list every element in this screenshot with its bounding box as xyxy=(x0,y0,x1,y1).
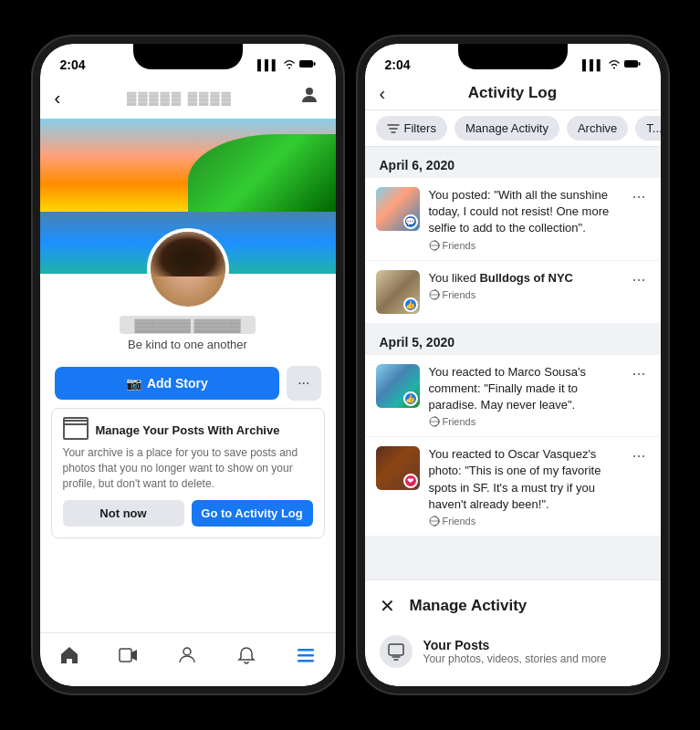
signal-icon-r: ▌▌▌ xyxy=(582,59,603,70)
wifi-icon xyxy=(283,58,296,71)
sheet-item-title: Your Posts xyxy=(423,638,607,652)
more-button[interactable]: ··· xyxy=(287,366,320,401)
sheet-close-button[interactable]: ✕ xyxy=(380,595,395,617)
svg-rect-3 xyxy=(120,649,131,662)
profile-name: ▓▓▓▓▓▓ ▓▓▓▓▓ xyxy=(120,316,255,334)
archive-banner-title: Manage Your Posts With Archive xyxy=(63,420,313,440)
bottom-sheet-header: ✕ Manage Activity xyxy=(380,595,646,617)
svg-rect-14 xyxy=(389,644,403,655)
left-phone: 2:04 ▌▌▌ ‹ xyxy=(33,36,343,694)
not-now-button[interactable]: Not now xyxy=(63,500,184,527)
activity-log-title: Activity Log xyxy=(468,84,557,102)
archive-banner: Manage Your Posts With Archive Your arch… xyxy=(51,408,325,538)
profile-nav-header: ‹ ▓▓▓▓▓ ▓▓▓▓ xyxy=(40,80,336,119)
avatar xyxy=(147,228,229,310)
nav-menu[interactable] xyxy=(293,642,319,668)
more-options-button[interactable]: ··· xyxy=(628,270,649,289)
svg-rect-9 xyxy=(638,62,640,66)
right-screen: 2:04 ▌▌▌ ‹ xyxy=(365,44,661,686)
date-section-april5: April 5, 2020 👍 You reacted to Marco Sou… xyxy=(365,324,661,537)
battery-icon xyxy=(299,59,316,70)
time-left: 2:04 xyxy=(60,57,86,72)
status-icons-left: ▌▌▌ xyxy=(257,58,315,71)
activity-privacy: Friends xyxy=(429,516,620,527)
time-right: 2:04 xyxy=(385,57,411,72)
svg-rect-6 xyxy=(298,654,314,657)
nav-video[interactable] xyxy=(116,642,141,668)
activity-text: You posted: "With all the sunshine today… xyxy=(429,187,620,237)
filters-bar: Filters Manage Activity Archive T... xyxy=(365,110,661,147)
archive-banner-text: Your archive is a place for you to save … xyxy=(63,445,313,491)
account-icon[interactable] xyxy=(298,84,320,111)
activity-item: 💬 You posted: "With all the sunshine tod… xyxy=(365,178,661,261)
svg-rect-1 xyxy=(313,62,315,66)
profile-name-blurred: ▓▓▓▓▓ ▓▓▓▓ xyxy=(127,90,233,105)
svg-rect-5 xyxy=(298,649,314,652)
activity-item: 👍 You liked Bulldogs of NYC Friends ··· xyxy=(365,261,661,324)
date-label-april6: April 6, 2020 xyxy=(365,147,661,178)
activity-text: You liked Bulldogs of NYC xyxy=(429,270,620,287)
activity-privacy: Friends xyxy=(429,289,620,300)
battery-icon-r xyxy=(624,59,641,70)
activity-thumb: 👍 xyxy=(376,364,420,408)
back-button-left[interactable]: ‹ xyxy=(55,88,61,109)
sheet-item-your-posts[interactable]: Your Posts Your photos, videos, stories … xyxy=(380,631,646,672)
date-section-april6: April 6, 2020 💬 You posted: "With all th… xyxy=(365,147,661,324)
status-icons-right: ▌▌▌ xyxy=(582,58,640,71)
back-button-right[interactable]: ‹ xyxy=(380,83,386,104)
svg-rect-0 xyxy=(299,60,313,68)
wifi-icon-r xyxy=(608,58,621,71)
profile-actions: 📷 Add Story ··· xyxy=(40,359,336,408)
activity-text: You reacted to Oscar Vasquez's photo: "T… xyxy=(429,446,620,513)
activity-content: You reacted to Oscar Vasquez's photo: "T… xyxy=(429,446,620,527)
date-label-april5: April 5, 2020 xyxy=(365,324,661,355)
activity-item: ❤ You reacted to Oscar Vasquez's photo: … xyxy=(365,437,661,537)
svg-point-4 xyxy=(183,648,191,655)
go-to-activity-log-button[interactable]: Go to Activity Log xyxy=(192,500,313,527)
archive-icon xyxy=(63,420,89,440)
nav-bell[interactable] xyxy=(234,642,259,668)
svg-rect-7 xyxy=(298,660,314,662)
activity-content: You liked Bulldogs of NYC Friends xyxy=(429,270,620,300)
activity-thumb: 👍 xyxy=(376,270,420,314)
filter-chip-filters[interactable]: Filters xyxy=(376,116,447,141)
right-phone: 2:04 ▌▌▌ ‹ xyxy=(358,36,668,694)
activity-content: You posted: "With all the sunshine today… xyxy=(429,187,620,251)
activity-thumb: 💬 xyxy=(376,187,420,231)
more-options-button[interactable]: ··· xyxy=(628,446,649,465)
activity-privacy: Friends xyxy=(429,240,620,251)
bottom-nav-left xyxy=(40,632,336,686)
sheet-item-content: Your Posts Your photos, videos, stories … xyxy=(423,638,607,665)
activity-text: You reacted to Marco Sousa's comment: "F… xyxy=(429,364,620,414)
filter-chip-manage-activity[interactable]: Manage Activity xyxy=(454,116,559,141)
activity-thumb: ❤ xyxy=(376,446,420,490)
filter-chip-archive[interactable]: Archive xyxy=(567,116,628,141)
profile-bio: Be kind to one another xyxy=(128,338,247,351)
filter-chip-trash[interactable]: T... xyxy=(635,116,660,141)
manage-activity-bottom-sheet: ✕ Manage Activity Your Posts Your photos… xyxy=(365,579,661,686)
more-options-button[interactable]: ··· xyxy=(628,364,649,383)
sheet-title: Manage Activity xyxy=(410,597,528,615)
notch-right xyxy=(458,44,568,69)
activity-content: You reacted to Marco Sousa's comment: "F… xyxy=(429,364,620,428)
avatar-hair xyxy=(151,232,225,276)
camera-icon: 📷 xyxy=(126,376,141,391)
activity-log-header: ‹ Activity Log xyxy=(365,80,661,110)
nav-profile[interactable] xyxy=(174,642,200,668)
sheet-item-icon xyxy=(380,635,413,668)
archive-banner-buttons: Not now Go to Activity Log xyxy=(63,500,313,527)
add-story-button[interactable]: 📷 Add Story xyxy=(55,367,280,400)
activity-privacy: Friends xyxy=(429,416,620,427)
nav-home[interactable] xyxy=(57,642,82,668)
sheet-item-subtitle: Your photos, videos, stories and more xyxy=(423,652,607,665)
activity-item: 👍 You reacted to Marco Sousa's comment: … xyxy=(365,355,661,438)
svg-point-2 xyxy=(306,88,313,95)
more-options-button[interactable]: ··· xyxy=(628,187,649,206)
activity-scroll-area: April 6, 2020 💬 You posted: "With all th… xyxy=(365,147,661,579)
left-screen: 2:04 ▌▌▌ ‹ xyxy=(40,44,336,686)
notch xyxy=(133,44,243,69)
svg-rect-8 xyxy=(624,60,638,68)
signal-icon: ▌▌▌ xyxy=(257,59,278,70)
